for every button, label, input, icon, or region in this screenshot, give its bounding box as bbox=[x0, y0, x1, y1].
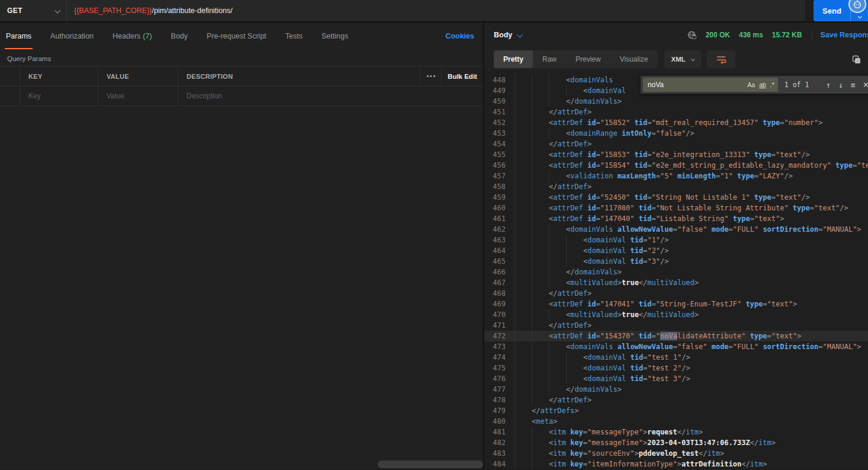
line-number: 481 bbox=[484, 427, 506, 437]
params-more-options-button[interactable] bbox=[420, 66, 441, 86]
tab-pretty[interactable]: Pretty bbox=[494, 50, 533, 68]
url-path: /pim/attribute-definitions/ bbox=[152, 7, 233, 15]
find-input[interactable]: noVa Aa ab .* bbox=[643, 78, 778, 92]
line-number: 460 bbox=[484, 203, 506, 213]
line-number: 457 bbox=[484, 171, 506, 181]
code-line: 470<multiValued>true</multiValued> bbox=[484, 309, 868, 320]
find-widget: noVa Aa ab .* 1 of 1 ↑ ↓ ≡ × bbox=[641, 76, 868, 94]
line-number: 449 bbox=[484, 85, 506, 96]
code-line: 457<validation maxLength="5" minLength="… bbox=[484, 171, 868, 181]
line-number: 471 bbox=[484, 320, 506, 331]
line-number: 462 bbox=[484, 224, 506, 235]
tab-body[interactable]: Body bbox=[170, 23, 189, 49]
query-params-entry-row: Key Value Description bbox=[0, 87, 483, 106]
line-number: 474 bbox=[484, 352, 506, 363]
previous-match-button[interactable]: ↑ bbox=[826, 81, 831, 89]
line-number: 463 bbox=[484, 235, 506, 245]
method-select[interactable]: GET bbox=[0, 0, 67, 21]
tab-raw[interactable]: Raw bbox=[533, 50, 566, 68]
code-line: 481<itm key="messageType">request</itm> bbox=[484, 427, 868, 437]
line-number: 455 bbox=[484, 149, 506, 160]
tab-preview[interactable]: Preview bbox=[566, 50, 610, 68]
code-line: 477</domainVals> bbox=[484, 384, 868, 395]
line-number: 473 bbox=[484, 341, 506, 352]
next-match-button[interactable]: ↓ bbox=[838, 81, 843, 89]
code-line: 469<attrDef id="147041" tid="String-Enum… bbox=[484, 299, 868, 309]
code-line: 451</attrDef> bbox=[484, 107, 868, 117]
status-code: 200 OK bbox=[706, 31, 730, 39]
match-case-toggle[interactable]: Aa bbox=[747, 81, 755, 88]
code-line: 456<attrDef id="15854" tid="e2e_mdt_stri… bbox=[484, 160, 868, 171]
line-number: 466 bbox=[484, 267, 506, 277]
tab-tests[interactable]: Tests bbox=[284, 23, 304, 49]
response-pane: Body 200 OK 436 ms 15.72 KB S bbox=[484, 23, 868, 469]
tab-pre-request-script[interactable]: Pre-request Script bbox=[205, 23, 268, 49]
description-input[interactable]: Description bbox=[178, 87, 483, 105]
query-params-table: KEY VALUE DESCRIPTION Bulk Edit Key Valu… bbox=[0, 66, 483, 106]
code-line: 474<domainVal tid="test 1"/> bbox=[484, 352, 868, 363]
column-value: VALUE bbox=[98, 66, 178, 86]
line-number: 454 bbox=[484, 139, 506, 149]
line-number: 476 bbox=[484, 373, 506, 384]
url-input[interactable]: {{BASE_PATH_CORE}}/pim/attribute-definit… bbox=[67, 0, 805, 21]
response-toolbar: Pretty Raw Preview Visualize XML bbox=[484, 47, 868, 71]
request-pane: Params Authorization Headers (7) Body Pr… bbox=[0, 23, 484, 469]
line-number: 459 bbox=[484, 192, 506, 203]
more-options-icon bbox=[427, 75, 435, 77]
line-number: 477 bbox=[484, 384, 506, 395]
code-line: 480<meta> bbox=[484, 416, 868, 427]
chevron-down-icon bbox=[858, 14, 862, 18]
code-line: 452<attrDef id="15852" tid="mdt_real_req… bbox=[484, 117, 868, 128]
wrap-lines-button[interactable] bbox=[707, 50, 735, 68]
save-response-button[interactable]: Save Response bbox=[812, 31, 868, 39]
response-body-dropdown[interactable]: Body bbox=[494, 31, 522, 39]
response-status-cluster: 200 OK 436 ms 15.72 KB Save Response bbox=[687, 30, 868, 40]
send-button[interactable]: Send bbox=[814, 0, 850, 21]
code-line: 450</domainVals> bbox=[484, 96, 868, 107]
key-input[interactable]: Key bbox=[20, 87, 98, 105]
tab-headers[interactable]: Headers (7) bbox=[111, 23, 153, 49]
code-line: 454</attrDef> bbox=[484, 139, 868, 149]
chevron-down-icon bbox=[517, 31, 523, 37]
tab-params[interactable]: Params bbox=[5, 23, 33, 49]
response-size: 15.72 KB bbox=[772, 31, 802, 39]
row-handle-cell bbox=[0, 87, 20, 105]
code-line: 484<itm key="itemInformationType">attrDe… bbox=[484, 459, 868, 469]
code-line: 479</attrDefs> bbox=[484, 405, 868, 416]
value-input[interactable]: Value bbox=[98, 87, 178, 105]
code-line: 475<domainVal tid="test 2"/> bbox=[484, 363, 868, 373]
code-line: 473<domainVals allowNewValue="false" mod… bbox=[484, 341, 868, 352]
whole-word-toggle[interactable]: ab bbox=[759, 81, 766, 88]
line-number: 448 bbox=[484, 75, 506, 85]
tab-settings[interactable]: Settings bbox=[320, 23, 349, 49]
line-number: 482 bbox=[484, 437, 506, 448]
line-number: 478 bbox=[484, 395, 506, 405]
chevron-down-icon bbox=[54, 7, 60, 13]
code-line: 460<attrDef id="117080" tid="Not Listabl… bbox=[484, 203, 868, 213]
cookies-link[interactable]: Cookies bbox=[445, 32, 474, 40]
response-view-tabs: Pretty Raw Preview Visualize bbox=[494, 50, 658, 68]
close-find-button[interactable]: × bbox=[863, 81, 868, 89]
regex-toggle[interactable]: .* bbox=[770, 81, 774, 88]
find-nav: ↑ ↓ ≡ × bbox=[826, 81, 868, 89]
line-number: 484 bbox=[484, 459, 506, 469]
format-dropdown[interactable]: XML bbox=[664, 50, 701, 68]
code-line: 471</attrDef> bbox=[484, 320, 868, 331]
tab-authorization[interactable]: Authorization bbox=[49, 23, 95, 49]
tab-visualize[interactable]: Visualize bbox=[610, 50, 658, 68]
find-in-selection-button[interactable]: ≡ bbox=[851, 81, 856, 89]
code-line: 453<domainRange intOnly="false"/> bbox=[484, 128, 868, 139]
code-line: 468</attrDef> bbox=[484, 288, 868, 299]
line-number: 468 bbox=[484, 288, 506, 299]
line-number: 470 bbox=[484, 309, 506, 320]
code-line: 466</domainVals> bbox=[484, 267, 868, 277]
horizontal-scrollbar[interactable] bbox=[378, 461, 483, 468]
code-line: 459<attrDef id="52450" tid="String Not L… bbox=[484, 192, 868, 203]
network-info-icon[interactable] bbox=[687, 30, 697, 40]
code-line: 472<attrDef id="154370" tid="noValidateA… bbox=[484, 331, 868, 341]
code-line: 478</attrDef> bbox=[484, 395, 868, 405]
bulk-edit-button[interactable]: Bulk Edit bbox=[441, 66, 483, 86]
postbot-icon bbox=[852, 0, 863, 9]
copy-icon[interactable] bbox=[851, 55, 861, 65]
workspace: Params Authorization Headers (7) Body Pr… bbox=[0, 23, 868, 469]
